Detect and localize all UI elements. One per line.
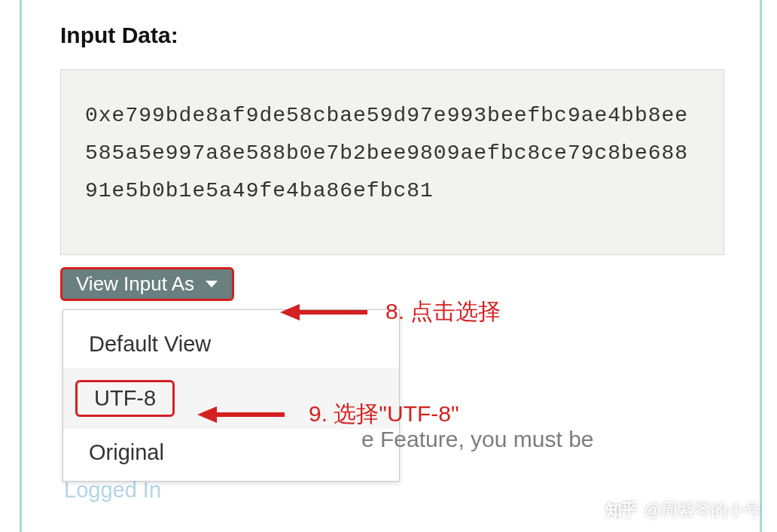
input-data-display: 0xe799bde8af9de58cbae59d97e993beefbc9ae4… [60,69,724,255]
content-area: Input Data: 0xe799bde8af9de58cbae59d97e9… [60,23,724,301]
view-input-as-button[interactable]: View Input As [60,267,234,301]
annotation-label: 9. 选择"UTF-8" [309,399,459,430]
watermark: 知乎 @周紫琴的小号 [605,499,760,521]
arrow-left-icon [196,403,286,426]
menu-item-default-view[interactable]: Default View [63,321,399,368]
svg-marker-1 [280,304,300,321]
annotation-label: 8. 点击选择 [385,296,501,327]
arrow-left-icon [279,301,369,324]
section-title: Input Data: [60,23,724,48]
zhihu-logo: 知乎 [605,499,637,521]
menu-item-original[interactable]: Original [63,429,399,476]
annotation-step-9: 9. 选择"UTF-8" [196,399,459,430]
annotation-step-8: 8. 点击选择 [279,296,501,327]
svg-marker-3 [197,406,217,423]
chevron-down-icon [205,280,218,289]
dropdown-menu: Default View UTF-8 Original [62,309,400,481]
logged-in-text-fragment: Logged In [64,478,161,503]
dropdown-button-label: View Input As [76,272,194,296]
watermark-author: @周紫琴的小号 [644,499,760,521]
menu-item-utf8[interactable]: UTF-8 [75,380,175,417]
background-hint-text: e Feature, you must be [361,427,594,452]
